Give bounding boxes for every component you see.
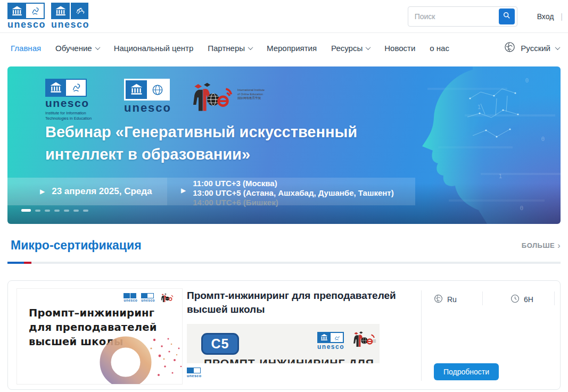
unesco-temple-icon — [317, 332, 331, 343]
more-label: БОЛЬШЕ — [522, 241, 555, 249]
carousel-dot[interactable] — [73, 210, 79, 212]
chevron-down-icon — [366, 45, 371, 50]
course-preview-image[interactable]: C5 unesco — [187, 324, 380, 363]
logo-emblem-icon — [331, 332, 344, 343]
chevron-down-icon — [95, 45, 100, 50]
logo-emblem-icon — [26, 3, 45, 19]
unesco-logo: unesco — [124, 293, 137, 303]
iioe-text-line: 国际网络教育学院 — [237, 96, 265, 100]
nav-item-news[interactable]: Новости — [384, 44, 415, 53]
nav-item-home[interactable]: Главная — [11, 44, 41, 53]
carousel-dot[interactable] — [83, 210, 88, 212]
header: unesco unesco — [0, 0, 568, 33]
unesco-logo: unesco — [141, 293, 155, 303]
details-button[interactable]: Подробности — [434, 363, 499, 380]
unesco-logo-boxes — [51, 3, 88, 19]
logo-globe-icon — [147, 80, 168, 99]
chevron-right-icon: › — [557, 241, 561, 251]
unesco-wordmark: unesco — [141, 299, 155, 303]
logo-laurel-icon — [70, 3, 88, 19]
unesco-temple-icon — [45, 79, 66, 97]
iioe-logo-icon — [350, 330, 376, 347]
nav-item-about[interactable]: о нас — [430, 44, 449, 53]
carousel-dot[interactable] — [54, 210, 60, 212]
unesco-logo: unesco — [124, 79, 171, 114]
divider-blue-segment — [7, 262, 24, 264]
webinar-date: ▶ 23 апреля 2025, Среда — [7, 178, 167, 205]
language-label: Русский — [521, 44, 550, 53]
section-title: Микро-сертификация — [11, 238, 142, 253]
webinar-time: 14:00 UTC+6 (Бишкек) — [193, 198, 393, 207]
hero-carousel-slide[interactable]: 0 1 0 1 0 unesco Institute for Informati… — [7, 66, 561, 224]
unesco-wordmark: unesco — [124, 102, 171, 114]
nav-label: Новости — [384, 44, 415, 53]
cover-title-line: Промпт–инжиниринг — [29, 306, 157, 320]
globe-icon — [434, 294, 443, 305]
iioe-text-line: International Institute — [237, 88, 265, 92]
unesco-logo-boxes — [45, 79, 87, 97]
unesco-wordmark: unesco — [45, 97, 89, 109]
unesco-logo[interactable]: unesco — [51, 3, 89, 30]
search-input[interactable] — [408, 12, 499, 21]
course-duration: 6H — [511, 294, 533, 305]
search-button[interactable] — [499, 9, 515, 24]
hero-logo-row: unesco Institute for Information Technol… — [45, 79, 265, 121]
nav-label: Национальный центр — [114, 44, 194, 53]
binary-decoration: 0 — [541, 136, 545, 143]
webinar-time: 11:00 UTC+3 (Москва) — [193, 179, 393, 188]
nav-label: Мероприятия — [267, 44, 317, 53]
unesco-temple-icon — [7, 3, 26, 19]
carousel-dot[interactable] — [45, 210, 50, 212]
binary-decoration: 0 — [520, 205, 523, 212]
unesco-wordmark: unesco — [187, 374, 202, 378]
webinar-times: ▶ 11:00 UTC+3 (Москва) 13:00 UTC+5 (Аста… — [181, 178, 394, 205]
webinar-date-text: 23 апреля 2025, Среда — [52, 186, 152, 197]
unesco-temple-icon — [187, 368, 194, 373]
c5-badge: C5 — [201, 333, 239, 355]
unesco-logo-boxes — [124, 79, 170, 101]
unesco-wordmark: unesco — [124, 299, 137, 303]
unesco-iite-logo[interactable]: unesco — [7, 3, 46, 30]
course-title: Промпт-инжиниринг для преподавателей выс… — [187, 289, 421, 316]
logo-group: unesco unesco — [7, 3, 89, 30]
webinar-times-list: 11:00 UTC+3 (Москва) 13:00 UTC+5 (Астана… — [193, 179, 393, 205]
divider-red-segment — [24, 262, 31, 264]
unesco-temple-icon — [126, 80, 147, 99]
chevron-down-icon — [248, 45, 253, 50]
nav-item-national-center[interactable]: Национальный центр — [114, 44, 194, 53]
play-marker-icon: ▶ — [181, 187, 186, 205]
binary-decoration: 1 — [477, 104, 481, 111]
nav-label: Партнеры — [208, 44, 245, 53]
more-link[interactable]: БОЛЬШЕ › — [522, 241, 561, 251]
clock-icon — [511, 294, 520, 305]
carousel-dot[interactable] — [64, 210, 69, 212]
course-language: Ru — [434, 294, 457, 305]
card-vertical-divider — [421, 290, 422, 381]
play-marker-icon: ▶ — [40, 188, 45, 195]
search-icon — [503, 12, 511, 21]
nav-item-resources[interactable]: Ресурсы — [331, 44, 370, 53]
unesco-logo: unesco — [187, 368, 202, 378]
binary-decoration: 0 — [525, 77, 529, 84]
search-box — [408, 6, 517, 27]
carousel-dot-active[interactable] — [21, 209, 31, 212]
nav-item-partners[interactable]: Партнеры — [208, 44, 252, 53]
iioe-logo: International Institute of Online Educat… — [186, 81, 265, 112]
nav-label: Ресурсы — [331, 44, 363, 53]
unesco-iite-logo: unesco Institute for Information Technol… — [45, 79, 109, 121]
header-separator: | — [561, 12, 563, 21]
nav-item-learning[interactable]: Обучение — [55, 44, 100, 53]
logo-emblem-icon — [194, 368, 201, 373]
logo-emblem-icon — [147, 293, 154, 298]
nav-item-events[interactable]: Мероприятия — [267, 44, 317, 53]
course-card: unesco unesco Промпт–инжиниринг для пр — [7, 280, 561, 390]
nav-label: Главная — [11, 44, 41, 53]
cover-logo-row: unesco unesco — [124, 293, 175, 303]
carousel-dot[interactable] — [35, 210, 40, 212]
language-switcher[interactable]: Русский — [504, 41, 559, 54]
iite-subtitle: Institute for Information Technologies i… — [45, 111, 109, 121]
login-link[interactable]: Вход — [537, 12, 554, 21]
course-cover-image[interactable]: unesco unesco Промпт–инжиниринг для пр — [17, 288, 183, 385]
meta-divider — [482, 291, 483, 305]
nav-label: о нас — [430, 44, 449, 53]
